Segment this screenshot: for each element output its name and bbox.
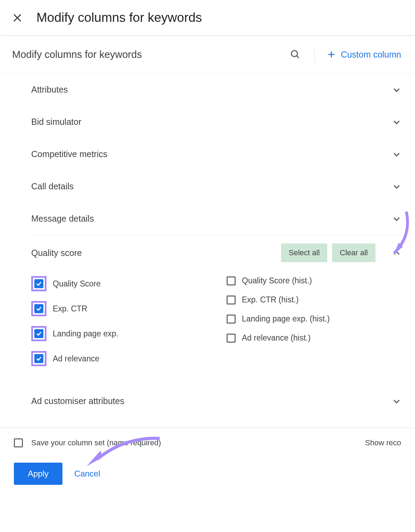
section-bid-simulator[interactable]: Bid simulator <box>31 106 401 138</box>
qs-right-column: Quality Score (hist.) Exp. CTR (hist.) L… <box>227 271 401 371</box>
svg-point-0 <box>291 51 298 57</box>
section-ad-customiser[interactable]: Ad customiser attributes <box>31 385 401 417</box>
option-quality-score-hist[interactable]: Quality Score (hist.) <box>227 271 401 290</box>
section-quality-score[interactable]: Quality score Select all Clear all <box>31 235 401 271</box>
subheader: Modify columns for keywords Custom colum… <box>0 36 415 74</box>
option-label: Exp. CTR (hist.) <box>242 295 299 304</box>
highlight-box <box>31 276 46 291</box>
highlight-box <box>31 351 46 366</box>
option-label: Landing page exp. (hist.) <box>242 314 330 324</box>
checkbox[interactable] <box>227 334 236 343</box>
cancel-button[interactable]: Cancel <box>74 469 100 479</box>
custom-column-label: Custom column <box>341 50 401 60</box>
chevron-down-icon <box>392 214 401 223</box>
highlight-box <box>31 326 46 341</box>
close-icon[interactable] <box>12 12 23 23</box>
option-ad-relevance[interactable]: Ad relevance <box>31 346 206 371</box>
checkbox[interactable] <box>34 279 43 288</box>
option-label: Quality Score <box>53 279 101 289</box>
checkbox[interactable] <box>227 276 236 285</box>
chevron-down-icon <box>392 182 401 191</box>
option-label: Quality Score (hist.) <box>242 276 312 285</box>
option-exp-ctr-hist[interactable]: Exp. CTR (hist.) <box>227 290 401 309</box>
checkbox[interactable] <box>34 354 43 363</box>
option-exp-ctr[interactable]: Exp. CTR <box>31 296 206 321</box>
option-label: Landing page exp. <box>53 329 118 338</box>
checkbox[interactable] <box>34 329 43 338</box>
quality-score-options: Quality Score Exp. CTR Landing page exp.… <box>31 271 401 385</box>
option-label: Ad relevance <box>53 354 99 363</box>
save-checkbox[interactable] <box>14 438 23 447</box>
footer-actions: Apply Cancel <box>14 463 401 499</box>
section-competitive-metrics[interactable]: Competitive metrics <box>31 138 401 170</box>
checkbox[interactable] <box>227 295 236 304</box>
chevron-down-icon <box>392 118 401 127</box>
save-label: Save your column set (name required) <box>31 438 161 447</box>
qs-left-column: Quality Score Exp. CTR Landing page exp.… <box>31 271 206 371</box>
chevron-down-icon <box>392 397 401 406</box>
highlight-box <box>31 301 46 316</box>
section-call-details[interactable]: Call details <box>31 170 401 203</box>
plus-icon <box>327 50 336 59</box>
sections-list: Attributes Bid simulator Competitive met… <box>0 74 415 417</box>
chevron-down-icon <box>392 85 401 94</box>
apply-button[interactable]: Apply <box>14 463 62 485</box>
option-landing-page-exp[interactable]: Landing page exp. <box>31 321 206 346</box>
divider <box>314 47 315 62</box>
checkbox[interactable] <box>34 304 43 313</box>
custom-column-button[interactable]: Custom column <box>327 50 401 60</box>
chevron-down-icon <box>392 150 401 159</box>
subheader-title: Modify columns for keywords <box>12 49 290 60</box>
select-all-button[interactable]: Select all <box>281 243 327 262</box>
dialog-header: Modify columns for keywords <box>0 0 415 36</box>
section-attributes[interactable]: Attributes <box>31 74 401 106</box>
option-label: Ad relevance (hist.) <box>242 333 311 343</box>
show-reco-link[interactable]: Show reco <box>365 438 401 447</box>
footer: Save your column set (name required) Sho… <box>0 428 415 499</box>
clear-all-button[interactable]: Clear all <box>332 243 375 262</box>
dialog-title: Modify columns for keywords <box>36 10 202 25</box>
search-icon[interactable] <box>290 49 300 60</box>
svg-line-1 <box>297 56 299 58</box>
option-quality-score[interactable]: Quality Score <box>31 271 206 296</box>
option-landing-page-exp-hist[interactable]: Landing page exp. (hist.) <box>227 309 401 328</box>
section-message-details[interactable]: Message details <box>31 203 401 235</box>
svg-marker-5 <box>87 451 102 466</box>
checkbox[interactable] <box>227 315 236 324</box>
option-ad-relevance-hist[interactable]: Ad relevance (hist.) <box>227 328 401 347</box>
option-label: Exp. CTR <box>53 304 87 314</box>
save-column-set-row: Save your column set (name required) Sho… <box>14 438 401 447</box>
chevron-up-icon <box>392 248 401 257</box>
